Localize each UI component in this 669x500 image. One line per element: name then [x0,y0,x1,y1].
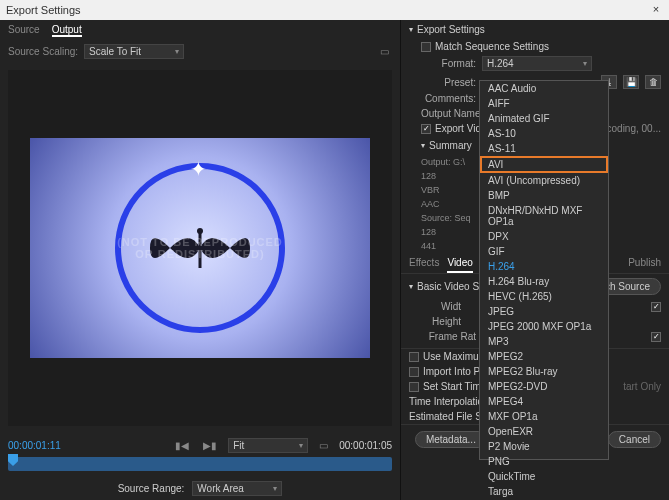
format-dropdown[interactable]: AAC AudioAIFFAnimated GIFAS-10AS-11AVIAV… [479,80,609,460]
format-option[interactable]: AVI [480,156,608,173]
format-option[interactable]: AS-10 [480,126,608,141]
format-option[interactable]: AIFF [480,96,608,111]
format-option[interactable]: MPEG2-DVD [480,379,608,394]
chevron-down-icon: ▾ [273,484,277,493]
export-video-checkbox[interactable] [421,124,431,134]
timeline-track[interactable] [8,457,392,471]
match-sequence-checkbox[interactable] [421,42,431,52]
format-option[interactable]: MXF OP1a [480,409,608,424]
tab-video[interactable]: Video [447,257,472,273]
close-icon[interactable]: × [649,3,663,17]
format-option[interactable]: BMP [480,188,608,203]
width-link-checkbox[interactable] [651,302,661,312]
playhead[interactable] [8,454,18,466]
format-option[interactable]: H.264 Blu-ray [480,274,608,289]
format-option[interactable]: JPEG 2000 MXF OP1a [480,319,608,334]
delete-preset-icon[interactable]: 🗑 [645,75,661,89]
format-option[interactable]: MPEG2 [480,349,608,364]
collapse-icon: ▾ [409,282,413,291]
format-option[interactable]: Targa [480,484,608,499]
source-range-select[interactable]: Work Area ▾ [192,481,282,496]
format-option[interactable]: JPEG [480,304,608,319]
tab-publish[interactable]: Publish [628,257,661,273]
format-option[interactable]: OpenEXR [480,424,608,439]
export-settings-header[interactable]: ▾ Export Settings [401,20,669,39]
source-scaling-row: Source Scaling: Scale To Fit ▾ ▭ [0,41,400,62]
format-option[interactable]: DNxHR/DNxHD MXF OP1a [480,203,608,229]
crop-icon[interactable]: ▭ [377,46,392,57]
save-preset-icon[interactable]: 💾 [623,75,639,89]
star-icon [190,157,210,177]
use-max-checkbox[interactable] [409,352,419,362]
time-controls: 00:00:01:11 ▮◀ ▶▮ Fit ▾ ▭ 00:00:01:05 [0,434,400,457]
titlebar: Export Settings × [0,0,669,20]
format-option[interactable]: AS-11 [480,141,608,156]
format-option[interactable]: AAC Audio [480,81,608,96]
timeline[interactable] [0,457,400,477]
timecode-left[interactable]: 00:00:01:11 [8,440,61,451]
zoom-select[interactable]: Fit ▾ [228,438,308,453]
source-scaling-select[interactable]: Scale To Fit ▾ [84,44,184,59]
svg-point-1 [197,228,203,234]
tab-output[interactable]: Output [52,24,82,37]
format-option[interactable]: HEVC (H.265) [480,289,608,304]
source-scaling-label: Source Scaling: [8,46,78,57]
match-sequence-row: Match Sequence Settings [401,39,669,54]
left-tabs: Source Output [0,20,400,41]
format-option[interactable]: MP3 [480,334,608,349]
format-row: Format: H.264 ▾ [401,54,669,73]
chevron-down-icon: ▾ [175,47,179,56]
chevron-down-icon: ▾ [299,441,303,450]
format-option[interactable]: DPX [480,229,608,244]
source-range-label: Source Range: [118,483,185,494]
tab-source[interactable]: Source [8,24,40,37]
format-option[interactable]: GIF [480,244,608,259]
preview-area: (NOT TO BE REPRODUCED OR REDISTRIBUTED) [8,70,392,426]
format-option[interactable]: QuickTime [480,469,608,484]
watermark-text: (NOT TO BE REPRODUCED OR REDISTRIBUTED) [117,236,283,260]
format-option[interactable]: Animated GIF [480,111,608,126]
aspect-icon[interactable]: ▭ [316,440,331,451]
set-start-checkbox[interactable] [409,382,419,392]
chevron-down-icon: ▾ [583,59,587,68]
format-option[interactable]: MPEG4 [480,394,608,409]
source-range-row: Source Range: Work Area ▾ [0,477,400,500]
preview-content: (NOT TO BE REPRODUCED OR REDISTRIBUTED) [30,138,370,358]
next-frame-icon[interactable]: ▶▮ [200,440,220,451]
left-panel: Source Output Source Scaling: Scale To F… [0,20,400,500]
timecode-right[interactable]: 00:00:01:05 [339,440,392,451]
metadata-button[interactable]: Metadata... [415,431,487,448]
collapse-icon: ▾ [421,141,425,150]
format-option[interactable]: PNG [480,454,608,469]
cancel-button[interactable]: Cancel [608,431,661,448]
window-title: Export Settings [6,4,81,16]
format-option[interactable]: AVI (Uncompressed) [480,173,608,188]
collapse-icon: ▾ [409,25,413,34]
format-select[interactable]: H.264 ▾ [482,56,592,71]
import-proj-checkbox[interactable] [409,367,419,377]
tab-effects[interactable]: Effects [409,257,439,273]
framerate-link-checkbox[interactable] [651,332,661,342]
format-option[interactable]: MPEG2 Blu-ray [480,364,608,379]
format-option[interactable]: P2 Movie [480,439,608,454]
prev-frame-icon[interactable]: ▮◀ [172,440,192,451]
format-option[interactable]: H.264 [480,259,608,274]
